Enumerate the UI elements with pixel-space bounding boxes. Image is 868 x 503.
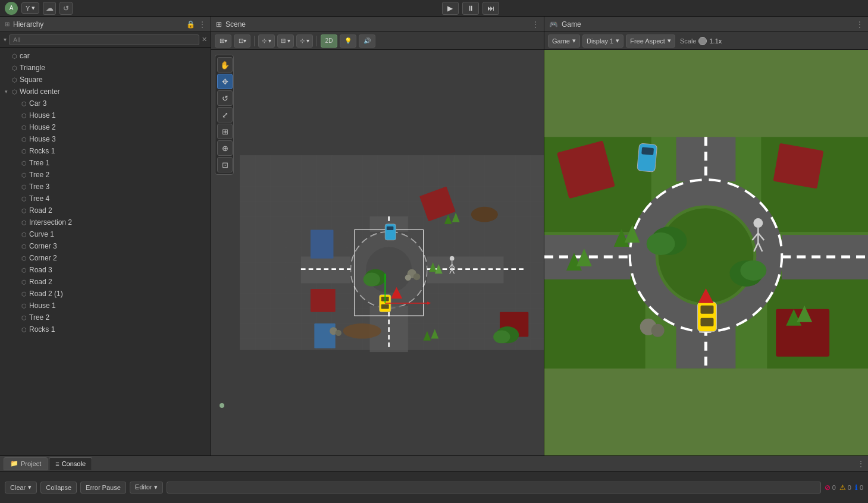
tool-rect[interactable]: ⊞	[217, 124, 233, 139]
svg-point-27	[405, 275, 411, 281]
obj-icon-road3: ⬡	[21, 267, 27, 273]
toolbar-2d-button[interactable]: 2D	[321, 34, 337, 48]
account-dropdown[interactable]: Y ▾	[21, 2, 39, 14]
tool-hand[interactable]: ✋	[217, 57, 233, 73]
svg-rect-84	[701, 306, 714, 314]
hierarchy-item-label-road2a: Road 2	[29, 206, 52, 215]
error-pause-button[interactable]: Error Pause	[80, 482, 126, 493]
hierarchy-item-tree1[interactable]: ⬡Tree 1	[0, 157, 211, 169]
svg-rect-85	[701, 318, 714, 326]
editor-dropdown[interactable]: Editor ▾	[130, 482, 163, 493]
cloud-button[interactable]: ☁	[43, 2, 56, 15]
hierarchy-item-road2b[interactable]: ⬡Road 2	[0, 276, 211, 288]
hierarchy-search-input[interactable]	[9, 34, 199, 45]
hierarchy-item-house2[interactable]: ⬡House 2	[0, 121, 211, 133]
tool-extra[interactable]: ⊡	[217, 157, 233, 172]
svg-point-89	[753, 218, 763, 228]
hierarchy-item-tree4[interactable]: ⬡Tree 4	[0, 193, 211, 205]
bottom-area: 📁 Project ≡ Console ⋮ Clear ▾ Collapse E…	[0, 455, 868, 503]
display-dropdown[interactable]: Display 1 ▾	[582, 34, 623, 48]
hierarchy-item-label-intersection2: Intersection 2	[29, 218, 72, 227]
game-menu-button[interactable]: ⋮	[856, 20, 863, 29]
tool-rotate[interactable]: ↺	[217, 90, 233, 106]
hierarchy-list: ⬡car⬡Triangle⬡Square▾⬡World center⬡Car 3…	[0, 48, 211, 455]
info-count-badge[interactable]: ℹ 0	[855, 483, 863, 492]
toolbar-grid-button[interactable]: ⊹ ▾	[258, 34, 275, 48]
hierarchy-item-triangle[interactable]: ⬡Triangle	[0, 62, 211, 74]
tool-move[interactable]: ✥	[217, 74, 233, 89]
svg-rect-38	[381, 304, 389, 309]
game-canvas	[544, 50, 868, 455]
hierarchy-item-car3[interactable]: ⬡Car 3	[0, 98, 211, 109]
scene-canvas[interactable]: ✋ ✥ ↺ ⤢ ⊞ ⊕ ⊡	[211, 50, 544, 455]
play-button[interactable]: ▶	[442, 2, 459, 15]
hierarchy-item-label-tree2b: Tree 2	[29, 313, 49, 322]
hierarchy-search-bar: ▾ ✕	[0, 32, 211, 48]
hierarchy-item-road2_1[interactable]: ⬡Road 2 (1)	[0, 288, 211, 300]
game-tab-arrow: ▾	[572, 37, 576, 45]
info-count: 0	[860, 484, 863, 491]
search-dropdown-arrow[interactable]: ▾	[4, 36, 7, 43]
toolbar-transform-button[interactable]: ⊞▾	[215, 34, 231, 48]
game-panel: 🎮 Game ⋮ Game ▾ Display 1 ▾ Free Aspect …	[544, 17, 868, 455]
error-count-badge[interactable]: ⊘ 0	[825, 483, 836, 492]
hierarchy-item-house1b[interactable]: ⬡House 1	[0, 300, 211, 312]
hierarchy-item-tree2[interactable]: ⬡Tree 2	[0, 169, 211, 181]
clear-button[interactable]: Clear ▾	[5, 482, 37, 493]
hierarchy-item-label-house1b: House 1	[29, 301, 56, 310]
hierarchy-item-label-curve1: Curve 1	[29, 230, 54, 238]
account-button[interactable]: A	[5, 2, 18, 15]
undo-button[interactable]: ↺	[59, 2, 73, 15]
hierarchy-menu-button[interactable]: ⋮	[199, 20, 206, 29]
hierarchy-item-tree3[interactable]: ⬡Tree 3	[0, 181, 211, 193]
hierarchy-item-house1a[interactable]: ⬡House 1	[0, 109, 211, 121]
scene-grid-icon: ⊞	[216, 20, 222, 29]
hierarchy-item-road2a[interactable]: ⬡Road 2	[0, 205, 211, 216]
scene-menu-button[interactable]: ⋮	[532, 20, 539, 29]
bottom-content: Clear ▾ Collapse Error Pause Editor ▾ ⊘ …	[0, 471, 868, 503]
console-search-input[interactable]	[167, 482, 821, 493]
console-icon: ≡	[55, 460, 59, 467]
hierarchy-header: ⊞ Hierarchy 🔒 ⋮	[0, 17, 211, 32]
hierarchy-item-curve1[interactable]: ⬡Curve 1	[0, 228, 211, 240]
hierarchy-item-car[interactable]: ⬡car	[0, 50, 211, 62]
hierarchy-item-house3[interactable]: ⬡House 3	[0, 133, 211, 145]
toolbar-pivot-button[interactable]: ⊡▾	[234, 34, 250, 48]
tab-console[interactable]: ≡ Console	[49, 457, 92, 470]
hierarchy-item-corner2[interactable]: ⬡Corner 2	[0, 252, 211, 264]
hierarchy-item-label-house1a: House 1	[29, 111, 56, 120]
hierarchy-item-label-tree2: Tree 2	[29, 171, 49, 179]
scale-slider[interactable]	[698, 37, 707, 45]
hierarchy-item-tree2b[interactable]: ⬡Tree 2	[0, 312, 211, 323]
pivot-icon: ⊡▾	[239, 37, 246, 44]
pause-button[interactable]: ⏸	[462, 2, 479, 15]
hierarchy-item-intersection2[interactable]: ⬡Intersection 2	[0, 216, 211, 228]
tab-project[interactable]: 📁 Project	[4, 457, 48, 470]
svg-rect-62	[782, 235, 868, 279]
hierarchy-item-world-center[interactable]: ▾⬡World center	[0, 86, 211, 98]
tab-project-label: Project	[21, 460, 41, 467]
toolbar-snap-button[interactable]: ⊟ ▾	[277, 34, 294, 48]
hierarchy-lock-button[interactable]: 🔒	[186, 20, 195, 29]
hierarchy-item-rocks1[interactable]: ⬡Rocks 1	[0, 145, 211, 157]
search-clear-button[interactable]: ✕	[202, 36, 207, 43]
bottom-menu-button[interactable]: ⋮	[857, 460, 864, 468]
step-button[interactable]: ⏭	[482, 2, 499, 15]
toolbar-light-button[interactable]: 💡	[340, 34, 356, 48]
warn-count-badge[interactable]: ⚠ 0	[839, 483, 851, 492]
game-tab-dropdown[interactable]: Game ▾	[548, 34, 580, 48]
tool-scale[interactable]: ⤢	[217, 107, 233, 122]
project-folder-icon: 📁	[10, 460, 18, 467]
collapse-button[interactable]: Collapse	[40, 482, 77, 493]
tool-custom[interactable]: ⊕	[217, 140, 233, 156]
playback-controls: ▶ ⏸ ⏭	[77, 2, 863, 15]
toolbar-audio-button[interactable]: 🔊	[359, 34, 375, 48]
scale-label: Scale	[680, 37, 697, 45]
hierarchy-item-road3[interactable]: ⬡Road 3	[0, 264, 211, 276]
obj-icon-house2: ⬡	[21, 124, 27, 131]
aspect-dropdown[interactable]: Free Aspect ▾	[626, 34, 675, 48]
hierarchy-item-rocks1b[interactable]: ⬡Rocks 1	[0, 323, 211, 335]
hierarchy-item-square[interactable]: ⬡Square	[0, 74, 211, 86]
hierarchy-item-corner3[interactable]: ⬡Corner 3	[0, 240, 211, 252]
toolbar-view-button[interactable]: ⊹ ▾	[296, 34, 313, 48]
